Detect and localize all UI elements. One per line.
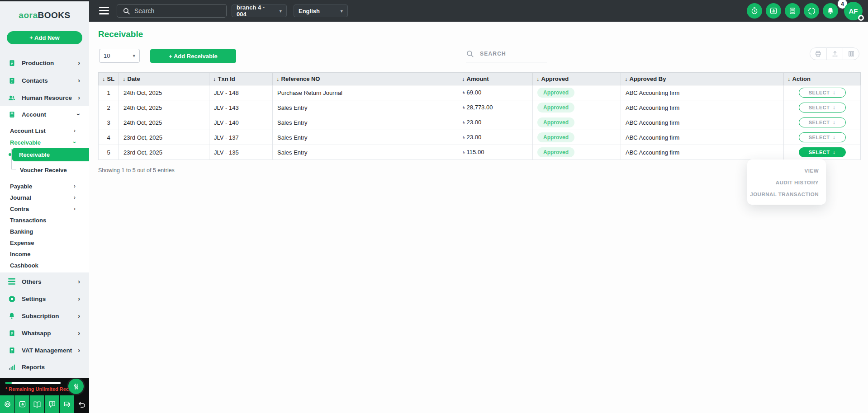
sidebar-item-receivable-active[interactable]: Receivable xyxy=(12,148,89,161)
sort-icon: ↓ xyxy=(123,75,126,82)
sidebar-label: Cashbook xyxy=(10,262,38,269)
header-sl[interactable]: ↓SL xyxy=(99,73,119,85)
cell-reference: Sales Entry xyxy=(273,115,458,130)
sort-icon: ↓ xyxy=(102,75,105,82)
print-button[interactable] xyxy=(810,47,826,60)
header-amount[interactable]: ↓Amount xyxy=(458,73,533,85)
select-button[interactable]: SELECT↓ xyxy=(799,132,846,142)
chevron-right-icon: › xyxy=(78,77,80,84)
sidebar-label: Subscription xyxy=(22,313,59,319)
menu-lines-icon xyxy=(8,277,16,286)
hamburger-menu-icon[interactable] xyxy=(99,7,109,14)
help-button[interactable] xyxy=(45,395,59,413)
sidebar-label: Journal xyxy=(10,194,31,201)
sidebar-label: Contacts xyxy=(22,77,48,84)
reports-button[interactable] xyxy=(15,395,29,413)
pos-button[interactable] xyxy=(804,3,819,19)
sliders-button[interactable] xyxy=(68,379,84,394)
export-button[interactable] xyxy=(826,47,843,60)
table-search[interactable]: SEARCH xyxy=(466,50,547,62)
docs-button[interactable] xyxy=(30,395,44,413)
sidebar-item-transactions[interactable]: Transactions xyxy=(0,214,89,226)
sidebar-label: Account List xyxy=(10,127,46,134)
sidebar-item-journal[interactable]: Journal › xyxy=(0,192,89,203)
sidebar-label: Receivable xyxy=(10,139,41,146)
cell-sl: 4 xyxy=(99,130,119,145)
header-approved-by[interactable]: ↓Approved By xyxy=(621,73,784,85)
sidebar-item-expense[interactable]: Expense xyxy=(0,237,89,249)
calculator-icon xyxy=(8,110,16,118)
select-button[interactable]: SELECT↓ xyxy=(799,103,846,113)
timer-button[interactable] xyxy=(747,3,762,19)
add-receivable-button[interactable]: + Add Receivable xyxy=(150,49,236,63)
cell-txn: JLV - 140 xyxy=(209,115,273,130)
select-button-active[interactable]: SELECT↓ xyxy=(799,147,846,157)
chevron-right-icon: › xyxy=(78,278,80,285)
header-action[interactable]: ↓Action xyxy=(784,73,861,85)
undo-button[interactable] xyxy=(75,395,89,413)
search-input[interactable] xyxy=(134,7,216,14)
add-new-button[interactable]: + Add New xyxy=(7,31,82,44)
table-tools xyxy=(810,47,859,60)
chat-button[interactable] xyxy=(60,395,74,413)
brand-logo[interactable]: aoraBOOKS xyxy=(0,10,89,20)
sidebar-item-voucher-receive[interactable]: Voucher Receive xyxy=(0,164,89,176)
cell-sl: 1 xyxy=(99,85,119,100)
sidebar-item-whatsapp[interactable]: Whatsapp › xyxy=(0,324,89,342)
branch-select[interactable]: branch 4 - 004 ▾ xyxy=(232,5,287,17)
caret-down-icon: ▾ xyxy=(340,8,343,14)
cell-approved-by: ABC Accounting firm xyxy=(621,130,784,145)
arrow-down-icon: ↓ xyxy=(833,119,836,126)
sidebar-item-subscription[interactable]: Subscription › xyxy=(0,307,89,324)
sidebar-item-production[interactable]: Production › xyxy=(0,54,89,71)
topbar: branch 4 - 004 ▾ English ▾ 4 AF xyxy=(89,0,868,22)
page-title: Receivable xyxy=(98,29,143,39)
sidebar-item-account[interactable]: Account › xyxy=(0,106,89,123)
gear-icon xyxy=(4,400,11,408)
page-size-select[interactable]: 10 ▾ xyxy=(99,49,140,63)
header-approved[interactable]: ↓Approved xyxy=(533,73,621,85)
cell-sl: 2 xyxy=(99,100,119,115)
header-reference[interactable]: ↓Reference NO xyxy=(273,73,458,85)
table-header-row: ↓SL ↓Date ↓Txn Id ↓Reference NO ↓Amount … xyxy=(99,73,861,85)
language-select[interactable]: English ▾ xyxy=(294,5,348,17)
cell-approved: Approved xyxy=(533,100,621,115)
tree-dot xyxy=(9,153,11,156)
sidebar-item-account-list[interactable]: Account List › xyxy=(0,125,89,136)
sidebar-item-vat-management[interactable]: VAT Management › xyxy=(0,342,89,359)
sidebar-item-receivable-group[interactable]: Receivable › xyxy=(0,136,89,148)
header-date[interactable]: ↓Date xyxy=(119,73,209,85)
global-search[interactable] xyxy=(117,4,227,18)
analytics-button[interactable] xyxy=(766,3,781,19)
menu-item-view[interactable]: VIEW xyxy=(747,165,826,177)
sidebar-label: VAT Management xyxy=(22,347,72,354)
cell-amount: ৳ 69.00 xyxy=(458,85,533,100)
sidebar-item-banking[interactable]: Banking xyxy=(0,225,89,237)
chevron-right-icon: › xyxy=(78,296,80,302)
sidebar-item-contra[interactable]: Contra › xyxy=(0,203,89,215)
calculator-button[interactable] xyxy=(785,3,800,19)
sidebar-label: Others xyxy=(22,278,42,285)
select-button[interactable]: SELECT↓ xyxy=(799,117,846,127)
settings-button[interactable] xyxy=(0,395,14,413)
menu-item-journal-transaction[interactable]: JOURNAL TRANSACTION xyxy=(747,188,826,200)
sidebar-item-contacts[interactable]: Contacts › xyxy=(0,72,89,89)
arrow-down-icon: ↓ xyxy=(833,149,836,155)
menu-item-audit-history[interactable]: AUDIT HISTORY xyxy=(747,177,826,188)
columns-button[interactable] xyxy=(843,47,859,60)
sidebar-item-income[interactable]: Income xyxy=(0,248,89,260)
status-badge: Approved xyxy=(537,103,574,113)
sidebar-item-settings[interactable]: Settings › xyxy=(0,290,89,307)
select-button[interactable]: SELECT↓ xyxy=(799,88,846,98)
header-txn-id[interactable]: ↓Txn Id xyxy=(209,73,273,85)
sidebar-label: Income xyxy=(10,251,31,258)
sidebar-item-human-resource[interactable]: Human Resource › xyxy=(0,89,89,106)
cell-approved-by: ABC Accounting firm xyxy=(621,100,784,115)
status-badge: Approved xyxy=(537,147,574,157)
sidebar-item-cashbook[interactable]: Cashbook xyxy=(0,259,89,271)
sidebar-item-payable[interactable]: Payable › xyxy=(0,180,89,192)
sidebar-item-reports[interactable]: Reports xyxy=(0,358,89,375)
notifications-button[interactable] xyxy=(823,3,838,19)
sidebar-item-others[interactable]: Others › xyxy=(0,273,89,290)
sidebar-label: Settings xyxy=(22,296,46,302)
